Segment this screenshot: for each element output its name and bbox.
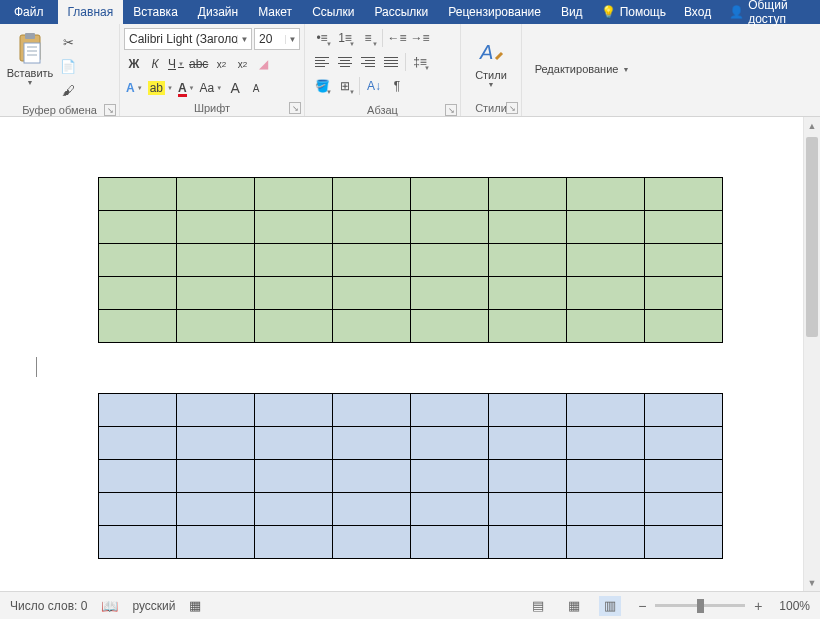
tab-file[interactable]: Файл	[0, 0, 58, 24]
multilevel-button[interactable]: ≡▼	[357, 28, 379, 48]
tell-me[interactable]: 💡 Помощь	[593, 0, 674, 24]
table-cell[interactable]	[411, 244, 489, 277]
table-cell[interactable]	[99, 526, 177, 559]
table-1[interactable]	[98, 177, 723, 343]
table-cell[interactable]	[99, 211, 177, 244]
table-cell[interactable]	[177, 526, 255, 559]
superscript-button[interactable]: x2	[232, 54, 252, 74]
shrink-font-button[interactable]: A	[246, 78, 266, 98]
table-cell[interactable]	[333, 310, 411, 343]
tab-references[interactable]: Ссылки	[302, 0, 364, 24]
table-cell[interactable]	[255, 493, 333, 526]
macro-icon[interactable]: ▦	[189, 598, 201, 613]
tab-design[interactable]: Дизайн	[188, 0, 248, 24]
change-case-button[interactable]: Aa▼	[198, 78, 225, 98]
table-cell[interactable]	[333, 178, 411, 211]
copy-button[interactable]: 📄	[58, 56, 78, 76]
read-mode-button[interactable]: ▤	[527, 596, 549, 616]
page[interactable]	[18, 117, 788, 559]
table-cell[interactable]	[645, 493, 723, 526]
table-cell[interactable]	[567, 178, 645, 211]
table-cell[interactable]	[255, 526, 333, 559]
font-color-button[interactable]: A▼	[176, 78, 197, 98]
table-cell[interactable]	[567, 526, 645, 559]
justify-button[interactable]	[380, 52, 402, 72]
table-cell[interactable]	[255, 460, 333, 493]
table-cell[interactable]	[645, 211, 723, 244]
table-cell[interactable]	[99, 394, 177, 427]
table-cell[interactable]	[333, 394, 411, 427]
table-cell[interactable]	[567, 244, 645, 277]
table-cell[interactable]	[411, 427, 489, 460]
web-layout-button[interactable]: ▥	[599, 596, 621, 616]
decrease-indent-button[interactable]: ←≡	[386, 28, 408, 48]
table-cell[interactable]	[255, 211, 333, 244]
table-cell[interactable]	[489, 493, 567, 526]
styles-button[interactable]: A Стили ▼	[475, 39, 507, 88]
table-cell[interactable]	[489, 526, 567, 559]
table-cell[interactable]	[177, 310, 255, 343]
align-right-button[interactable]	[357, 52, 379, 72]
table-cell[interactable]	[333, 427, 411, 460]
show-marks-button[interactable]: ¶	[386, 76, 408, 96]
text-effects-button[interactable]: A▼	[124, 78, 145, 98]
zoom-out-button[interactable]: −	[635, 598, 649, 614]
paste-button[interactable]: Вставить ▼	[4, 28, 56, 86]
table-cell[interactable]	[489, 244, 567, 277]
borders-button[interactable]: ⊞▼	[334, 76, 356, 96]
share-button[interactable]: 👤 Общий доступ	[721, 0, 820, 24]
sort-button[interactable]: A↓	[363, 76, 385, 96]
font-name-combo[interactable]: Calibri Light (Заголовки) ▼	[124, 28, 252, 50]
table-cell[interactable]	[489, 394, 567, 427]
shading-button[interactable]: 🪣▼	[311, 76, 333, 96]
table-cell[interactable]	[333, 493, 411, 526]
table-cell[interactable]	[99, 310, 177, 343]
bullets-button[interactable]: •≡▼	[311, 28, 333, 48]
table-cell[interactable]	[255, 394, 333, 427]
table-cell[interactable]	[255, 277, 333, 310]
align-center-button[interactable]	[334, 52, 356, 72]
table-cell[interactable]	[411, 526, 489, 559]
table-cell[interactable]	[645, 460, 723, 493]
table-cell[interactable]	[177, 277, 255, 310]
table-cell[interactable]	[411, 178, 489, 211]
font-size-combo[interactable]: 20 ▼	[254, 28, 300, 50]
zoom-track[interactable]	[655, 604, 745, 607]
table-cell[interactable]	[99, 178, 177, 211]
zoom-thumb[interactable]	[697, 599, 704, 613]
table-cell[interactable]	[333, 244, 411, 277]
print-layout-button[interactable]: ▦	[563, 596, 585, 616]
table-cell[interactable]	[489, 460, 567, 493]
cut-button[interactable]: ✂	[58, 32, 78, 52]
bold-button[interactable]: Ж	[124, 54, 144, 74]
table-cell[interactable]	[255, 244, 333, 277]
table-cell[interactable]	[567, 493, 645, 526]
table-cell[interactable]	[645, 178, 723, 211]
table-cell[interactable]	[567, 211, 645, 244]
table-cell[interactable]	[567, 460, 645, 493]
table-cell[interactable]	[99, 277, 177, 310]
table-cell[interactable]	[567, 310, 645, 343]
table-cell[interactable]	[489, 310, 567, 343]
table-cell[interactable]	[333, 277, 411, 310]
tab-insert[interactable]: Вставка	[123, 0, 188, 24]
tab-review[interactable]: Рецензирование	[438, 0, 551, 24]
italic-button[interactable]: К	[145, 54, 165, 74]
table-cell[interactable]	[99, 244, 177, 277]
table-cell[interactable]	[645, 310, 723, 343]
language-button[interactable]: русский	[132, 599, 175, 613]
paragraph-dialog-launcher[interactable]: ↘	[445, 104, 457, 116]
tab-home[interactable]: Главная	[58, 0, 124, 24]
table-cell[interactable]	[333, 211, 411, 244]
word-count[interactable]: Число слов: 0	[10, 599, 87, 613]
table-cell[interactable]	[645, 427, 723, 460]
table-cell[interactable]	[177, 460, 255, 493]
increase-indent-button[interactable]: →≡	[409, 28, 431, 48]
styles-dialog-launcher[interactable]: ↘	[506, 102, 518, 114]
signin-button[interactable]: Вход	[674, 0, 721, 24]
table-cell[interactable]	[567, 277, 645, 310]
zoom-value[interactable]: 100%	[779, 599, 810, 613]
table-cell[interactable]	[255, 427, 333, 460]
scroll-down-button[interactable]: ▼	[804, 574, 820, 591]
font-dialog-launcher[interactable]: ↘	[289, 102, 301, 114]
